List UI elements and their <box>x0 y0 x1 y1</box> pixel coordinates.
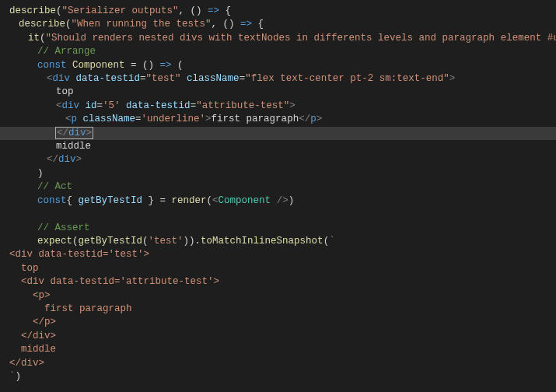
code-line: `) <box>9 370 556 383</box>
text-cursor: </div> <box>56 128 93 138</box>
code-line: <p className='underline'>first paragraph… <box>9 113 556 126</box>
code-line: <div data-testid="test" className="flex … <box>9 72 556 86</box>
code-line: <div data-testid='test'> <box>9 248 556 261</box>
code-line: </div> <box>9 153 556 166</box>
code-line: top <box>9 262 556 275</box>
code-line <box>9 208 556 221</box>
code-line: </div> <box>9 330 556 343</box>
code-line: </div> <box>9 357 556 370</box>
code-line-highlighted: </div> <box>0 127 556 140</box>
code-line: </p> <box>9 316 556 329</box>
code-line: middle <box>9 140 556 153</box>
code-line: ) <box>9 167 556 180</box>
code-line: describe("When running the tests", () =>… <box>9 18 556 31</box>
code-line: <p> <box>9 289 556 303</box>
code-line: it("Should renders nested divs with text… <box>9 32 556 45</box>
code-line: top <box>9 86 556 99</box>
code-editor[interactable]: describe("Serializer outputs", () => { d… <box>9 5 556 383</box>
code-line: // Act <box>9 180 556 194</box>
code-line: describe("Serializer outputs", () => { <box>9 5 556 18</box>
code-line: middle <box>9 343 556 356</box>
code-line: // Assert <box>9 222 556 235</box>
code-line: // Arrange <box>9 45 556 58</box>
code-line: expect(getByTestId('test')).toMatchInlin… <box>9 235 556 248</box>
code-line: const Component = () => ( <box>9 59 556 72</box>
code-line: <div data-testid='attribute-test'> <box>9 275 556 289</box>
code-line: <div id='5' data-testid="attribute-test"… <box>9 100 556 113</box>
code-line: const{ getByTestId } = render(<Component… <box>9 194 556 208</box>
code-line: first paragraph <box>9 303 556 316</box>
